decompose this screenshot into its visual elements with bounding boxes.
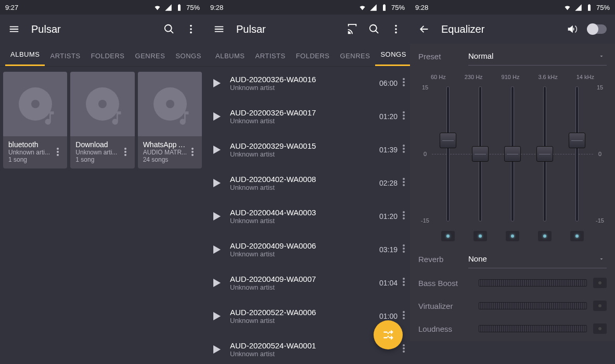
shuffle-fab[interactable] (374, 320, 403, 349)
eq-band-slider[interactable] (470, 84, 491, 224)
back-icon[interactable] (413, 18, 435, 40)
svg-point-5 (57, 148, 59, 150)
song-row[interactable]: AUD-20200409-WA0007 Unknown artist 01:04 (205, 266, 410, 300)
svg-point-20 (403, 78, 405, 80)
song-more-icon[interactable] (403, 211, 405, 222)
album-more-icon[interactable] (188, 140, 197, 163)
eq-toggle[interactable] (588, 24, 607, 34)
band-indicator[interactable] (570, 231, 584, 241)
chevron-down-icon (598, 256, 605, 262)
effect-slider[interactable] (479, 279, 587, 287)
song-more-icon[interactable] (403, 244, 405, 255)
preset-row: Preset Normal (410, 44, 615, 69)
tab-genres[interactable]: GENRES (130, 46, 171, 66)
tab-artists[interactable]: ARTISTS (250, 46, 290, 66)
song-artist: Unknown artist (230, 283, 374, 291)
svg-point-11 (191, 148, 194, 150)
band-indicator[interactable] (473, 231, 487, 241)
freq-label: 230 Hz (465, 74, 483, 80)
reverb-select[interactable]: None (468, 250, 607, 268)
preset-label: Preset (418, 52, 468, 61)
overflow-icon[interactable] (385, 18, 407, 40)
album-card[interactable]: WhatsApp Audio AUDIO MATR... 24 songs (138, 72, 202, 168)
search-icon[interactable] (363, 18, 385, 40)
eq-band-slider[interactable] (567, 84, 587, 224)
scale-left: 150-15 (418, 84, 432, 224)
album-more-icon[interactable] (121, 140, 130, 163)
effect-toggle[interactable] (593, 278, 607, 288)
tab-artists[interactable]: ARTISTS (45, 46, 85, 66)
band-indicator[interactable] (538, 231, 552, 241)
album-card[interactable]: Download Unknown arti... 1 song (70, 72, 134, 168)
song-row[interactable]: AUD-20200326-WA0016 Unknown artist 06:00 (205, 67, 410, 100)
effect-toggle[interactable] (593, 301, 607, 311)
song-row[interactable]: AUD-20200409-WA0006 Unknown artist 03:19 (205, 233, 410, 266)
song-row[interactable]: AUD-20200326-WA0017 Unknown artist 01:20 (205, 100, 410, 133)
effect-slider[interactable] (479, 302, 587, 309)
status-time: 9:28 (415, 4, 428, 11)
eq-band-slider[interactable] (502, 84, 523, 224)
song-artist: Unknown artist (230, 150, 374, 158)
album-card[interactable]: bluetooth Unknown arti... 1 song (3, 72, 67, 168)
band-indicators (410, 226, 615, 246)
tab-songs[interactable]: SONGS (375, 44, 410, 66)
svg-point-43 (403, 317, 405, 319)
battery-pct: 75% (391, 4, 405, 11)
effect-slider[interactable] (479, 325, 587, 332)
effect-label: Virtualizer (418, 302, 472, 310)
svg-point-25 (403, 118, 405, 120)
song-more-icon[interactable] (403, 278, 405, 288)
volume-icon[interactable] (561, 18, 583, 40)
menu-icon[interactable] (208, 18, 230, 40)
song-row[interactable]: AUD-20200402-WA0008 Unknown artist 02:28 (205, 166, 410, 200)
app-bar: Pulsar (205, 15, 410, 44)
song-more-icon[interactable] (403, 344, 405, 355)
status-bar: 9:28 75% (205, 0, 410, 15)
svg-point-3 (190, 28, 192, 30)
svg-point-34 (403, 217, 405, 219)
overflow-icon[interactable] (180, 18, 202, 40)
svg-point-44 (403, 344, 405, 346)
svg-point-27 (403, 148, 405, 150)
album-art (70, 72, 134, 136)
tab-songs[interactable]: SONGS (170, 46, 205, 66)
svg-point-37 (403, 251, 405, 253)
song-more-icon[interactable] (403, 78, 405, 88)
song-more-icon[interactable] (403, 111, 405, 122)
music-note-icon (41, 109, 58, 127)
play-icon (213, 179, 221, 187)
tab-albums[interactable]: ALBUMS (210, 46, 250, 66)
tab-bar: ALBUMSARTISTSFOLDERSGENRESSONGS (0, 44, 205, 67)
cast-icon[interactable] (341, 18, 363, 40)
svg-point-42 (403, 314, 405, 316)
play-icon (213, 146, 221, 154)
signal-icon (574, 4, 582, 11)
svg-point-18 (395, 28, 397, 30)
eq-band-slider[interactable] (534, 84, 555, 224)
search-icon[interactable] (158, 18, 180, 40)
album-more-icon[interactable] (54, 140, 62, 163)
tab-folders[interactable]: FOLDERS (291, 46, 335, 66)
freq-labels: 60 Hz230 Hz910 Hz3.6 kHz14 kHz (410, 69, 615, 82)
song-row[interactable]: AUD-20200329-WA0015 Unknown artist 01:39 (205, 133, 410, 166)
eq-band-slider[interactable] (438, 84, 458, 224)
svg-point-2 (190, 25, 192, 27)
album-art (3, 72, 67, 136)
svg-point-29 (403, 178, 405, 180)
song-duration: 01:00 (379, 312, 398, 320)
song-row[interactable]: AUD-20200404-WA0003 Unknown artist 01:20 (205, 200, 410, 233)
tab-genres[interactable]: GENRES (335, 46, 376, 66)
band-indicator[interactable] (441, 231, 455, 241)
song-more-icon[interactable] (403, 178, 405, 188)
tab-albums[interactable]: ALBUMS (5, 44, 45, 66)
song-title: AUD-20200402-WA0008 (230, 175, 374, 184)
battery-icon (380, 4, 388, 11)
preset-select[interactable]: Normal (468, 47, 607, 66)
band-indicator[interactable] (506, 231, 519, 241)
song-more-icon[interactable] (403, 311, 405, 321)
status-bar: 9:28 75% (410, 0, 615, 15)
effect-toggle[interactable] (593, 323, 607, 334)
menu-icon[interactable] (3, 18, 25, 40)
song-more-icon[interactable] (403, 145, 405, 155)
tab-folders[interactable]: FOLDERS (86, 46, 130, 66)
